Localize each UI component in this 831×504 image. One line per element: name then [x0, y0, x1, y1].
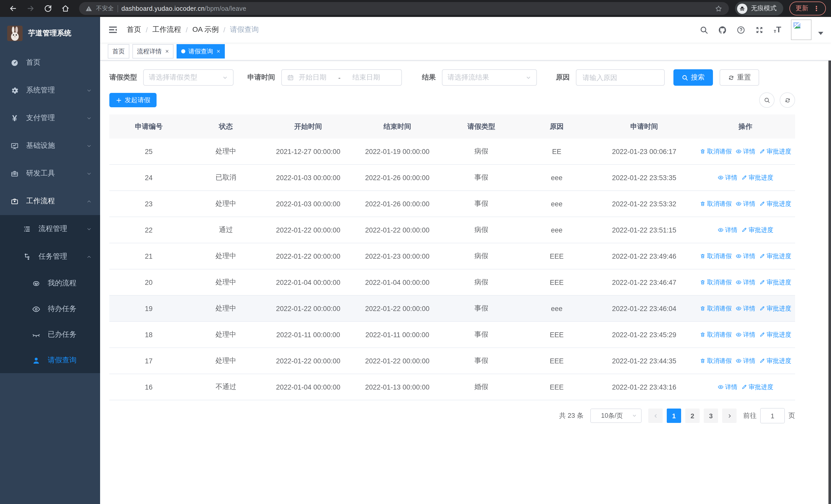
chevron-down-icon — [86, 115, 92, 121]
app-logo[interactable]: 芋道管理系统 — [0, 17, 100, 47]
leave-table: 申请编号状态开始时间结束时间请假类型原因申请时间操作 25处理中2021-12-… — [109, 114, 795, 400]
prev-page-button[interactable] — [648, 409, 663, 423]
cell-actions: 详情审批进度 — [695, 217, 795, 243]
sidebar-item-首页[interactable]: 首页 — [0, 49, 100, 77]
cell-start-time: 2022-01-04 00:00:00 — [264, 269, 353, 295]
hamburger-icon[interactable] — [108, 25, 118, 35]
github-icon[interactable] — [718, 25, 727, 34]
forward-icon[interactable] — [23, 1, 38, 16]
home-icon[interactable] — [57, 1, 73, 16]
search-icon[interactable] — [700, 25, 709, 34]
cancel-action-link[interactable]: 取消请假 — [699, 147, 732, 156]
progress-action-link[interactable]: 审批进度 — [741, 173, 773, 182]
help-icon[interactable] — [737, 25, 746, 34]
progress-action-link[interactable]: 审批进度 — [759, 330, 791, 339]
sidebar-item-请假查询[interactable]: 请假查询 — [0, 348, 100, 373]
apply-time-range-picker[interactable]: 开始日期 - 结束日期 — [281, 69, 402, 86]
page-button-3[interactable]: 3 — [704, 409, 718, 423]
breadcrumb-item[interactable]: 工作流程 — [152, 25, 181, 34]
browser-menu-icon[interactable]: ⋮ — [813, 5, 820, 12]
close-icon[interactable]: × — [217, 48, 220, 54]
tab-请假查询[interactable]: 请假查询× — [177, 44, 225, 59]
next-page-button[interactable] — [722, 409, 737, 423]
sidebar-item-任务管理[interactable]: 任务管理 — [0, 243, 100, 270]
cancel-action-link[interactable]: 取消请假 — [699, 199, 732, 208]
action-label: 取消请假 — [707, 199, 732, 208]
pagination: 共 23 条 10条/页 123 前往 页 — [109, 408, 795, 423]
page-button-1[interactable]: 1 — [667, 409, 681, 423]
progress-action-link[interactable]: 审批进度 — [759, 147, 791, 156]
cancel-action-link[interactable]: 取消请假 — [699, 356, 732, 365]
page-size-select[interactable]: 10条/页 — [590, 409, 641, 423]
progress-action-link[interactable]: 审批进度 — [759, 252, 791, 261]
sidebar-item-待办任务[interactable]: 待办任务 — [0, 296, 100, 322]
sidebar-item-支付管理[interactable]: ¥支付管理 — [0, 104, 100, 132]
cancel-action-link[interactable]: 取消请假 — [699, 330, 732, 339]
progress-action-link[interactable]: 审批进度 — [759, 199, 791, 208]
navbar-actions: тT — [700, 20, 823, 40]
search-button[interactable]: 搜索 — [674, 69, 713, 86]
sidebar-item-工作流程[interactable]: 工作流程 — [0, 187, 100, 215]
show-search-button[interactable] — [759, 92, 775, 108]
progress-action-link[interactable]: 审批进度 — [759, 278, 791, 287]
progress-action-link[interactable]: 审批进度 — [741, 383, 773, 391]
progress-action-link[interactable]: 审批进度 — [759, 356, 791, 365]
window-scrollbar[interactable] — [828, 17, 831, 504]
sidebar-item-研发工具[interactable]: 研发工具 — [0, 159, 100, 187]
detail-action-link[interactable]: 详情 — [717, 173, 737, 182]
result-select[interactable]: 请选择流结果 — [442, 69, 537, 86]
detail-action-link[interactable]: 详情 — [717, 383, 737, 391]
tab-流程详情[interactable]: 流程详情× — [133, 44, 173, 59]
column-header-申请时间: 申请时间 — [593, 114, 696, 139]
goto-page-input[interactable] — [760, 408, 785, 423]
breadcrumb-item[interactable]: 首页 — [127, 25, 141, 34]
detail-action-link[interactable]: 详情 — [735, 147, 755, 156]
breadcrumb-item[interactable]: OA 示例 — [193, 25, 219, 34]
action-label: 审批进度 — [767, 330, 791, 339]
refresh-button[interactable] — [780, 92, 795, 108]
detail-action-link[interactable]: 详情 — [735, 278, 755, 287]
leave-type-select[interactable]: 请选择请假类型 — [143, 69, 233, 86]
page-button-2[interactable]: 2 — [685, 409, 699, 423]
navbar: 首页/工作流程/OA 示例/请假查询 тT — [100, 17, 831, 42]
goto-label: 前往 — [743, 411, 756, 420]
detail-action-link[interactable]: 详情 — [735, 199, 755, 208]
breadcrumb-separator: / — [223, 26, 225, 34]
close-icon[interactable]: × — [165, 48, 169, 54]
divider — [117, 5, 118, 12]
reset-button[interactable]: 重置 — [720, 69, 759, 86]
cell-apply-time: 2022-01-22 23:53:35 — [593, 165, 696, 191]
url-bar[interactable]: 不安全 dashboard.yudao.iocoder.cn/bpm/oa/le… — [79, 2, 729, 15]
sidebar-item-已办任务[interactable]: 已办任务 — [0, 322, 100, 348]
reason-input[interactable] — [581, 73, 659, 82]
cancel-action-link[interactable]: 取消请假 — [699, 252, 732, 261]
update-button[interactable]: 更新 ⋮ — [790, 2, 826, 16]
sidebar-item-基础设施[interactable]: 基础设施 — [0, 132, 100, 159]
tab-首页[interactable]: 首页 — [108, 44, 130, 59]
table-tools — [759, 92, 795, 108]
cell-id: 18 — [109, 322, 188, 348]
detail-action-link[interactable]: 详情 — [735, 304, 755, 313]
sidebar-item-我的流程[interactable]: 我的流程 — [0, 270, 100, 296]
cell-apply-time: 2022-01-22 23:45:29 — [593, 322, 696, 348]
chevron-down-icon[interactable] — [818, 32, 823, 35]
detail-action-link[interactable]: 详情 — [717, 226, 737, 234]
sidebar-item-系统管理[interactable]: 系统管理 — [0, 77, 100, 104]
cancel-action-link[interactable]: 取消请假 — [699, 304, 732, 313]
fullscreen-icon[interactable] — [755, 25, 764, 34]
font-size-icon[interactable]: тT — [774, 26, 781, 34]
avatar[interactable] — [791, 20, 811, 40]
sidebar-item-label: 支付管理 — [26, 113, 79, 123]
detail-action-link[interactable]: 详情 — [735, 252, 755, 261]
sidebar-item-流程管理[interactable]: 流程管理 — [0, 215, 100, 243]
reload-icon[interactable] — [40, 1, 55, 16]
cancel-action-link[interactable]: 取消请假 — [699, 278, 732, 287]
create-leave-button[interactable]: 发起请假 — [109, 93, 156, 107]
progress-action-link[interactable]: 审批进度 — [741, 226, 773, 234]
detail-action-link[interactable]: 详情 — [735, 330, 755, 339]
back-icon[interactable] — [5, 1, 21, 16]
detail-action-link[interactable]: 详情 — [735, 356, 755, 365]
bookmark-star-icon[interactable] — [715, 4, 723, 12]
progress-action-link[interactable]: 审批进度 — [759, 304, 791, 313]
sidebar-item-label: 系统管理 — [26, 86, 79, 95]
